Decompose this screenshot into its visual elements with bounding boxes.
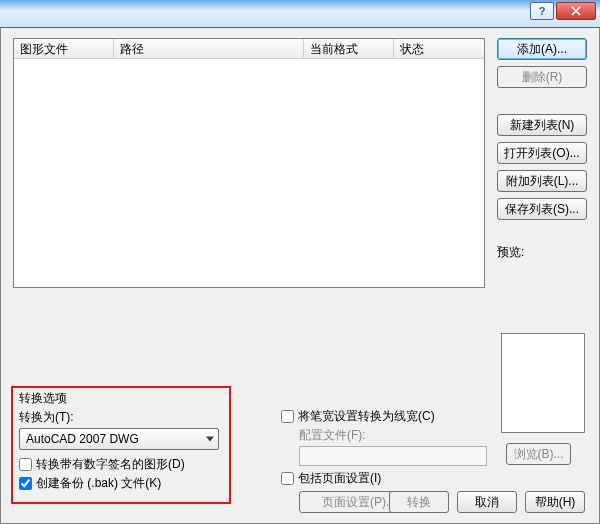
convert-options-title: 转换选项 <box>19 390 229 407</box>
create-backup-checkbox[interactable] <box>19 477 32 490</box>
convert-to-label: 转换为(T): <box>19 409 229 426</box>
help-icon: ? <box>539 5 546 17</box>
col-path[interactable]: 路径 <box>114 39 304 58</box>
titlebar-controls: ? <box>530 2 596 20</box>
titlebar: ? <box>0 0 600 28</box>
convert-signed-label: 转换带有数字签名的图形(D) <box>36 456 185 473</box>
append-list-button[interactable]: 附加列表(L)... <box>497 170 587 192</box>
create-backup-row[interactable]: 创建备份 (.bak) 文件(K) <box>19 475 229 492</box>
config-file-input <box>299 446 487 466</box>
help-dialog-button[interactable]: 帮助(H) <box>525 491 585 513</box>
chevron-down-icon <box>206 437 214 442</box>
pen-to-lineweight-checkbox[interactable] <box>281 410 294 423</box>
include-page-setup-row[interactable]: 包括页面设置(I) <box>281 470 561 487</box>
create-backup-label: 创建备份 (.bak) 文件(K) <box>36 475 161 492</box>
preview-label: 预览: <box>497 244 587 261</box>
browse-button: 浏览(B)... <box>506 443 571 465</box>
convert-signed-row[interactable]: 转换带有数字签名的图形(D) <box>19 456 229 473</box>
open-list-button[interactable]: 打开列表(O)... <box>497 142 587 164</box>
close-icon <box>571 6 581 16</box>
pen-width-group: 将笔宽设置转换为线宽(C) 配置文件(F): <box>281 408 486 466</box>
preview-box <box>501 333 585 433</box>
file-listview[interactable]: 图形文件 路径 当前格式 状态 <box>13 38 485 288</box>
include-page-setup-label: 包括页面设置(I) <box>298 470 381 487</box>
save-list-button[interactable]: 保存列表(S)... <box>497 198 587 220</box>
pen-to-lineweight-row[interactable]: 将笔宽设置转换为线宽(C) <box>281 408 486 425</box>
pen-to-lineweight-label: 将笔宽设置转换为线宽(C) <box>298 408 435 425</box>
col-status[interactable]: 状态 <box>394 39 484 58</box>
dialog-bottom-buttons: 转换 取消 帮助(H) <box>389 491 585 513</box>
close-button[interactable] <box>556 2 596 20</box>
config-file-label: 配置文件(F): <box>299 427 486 444</box>
col-current-format[interactable]: 当前格式 <box>304 39 394 58</box>
cancel-button[interactable]: 取消 <box>457 491 517 513</box>
add-button[interactable]: 添加(A)... <box>497 38 587 60</box>
col-drawing-file[interactable]: 图形文件 <box>14 39 114 58</box>
convert-options-group: 转换选项 转换为(T): AutoCAD 2007 DWG 转换带有数字签名的图… <box>19 390 229 494</box>
help-button[interactable]: ? <box>530 2 554 20</box>
convert-to-combo[interactable]: AutoCAD 2007 DWG <box>19 428 219 450</box>
convert-signed-checkbox[interactable] <box>19 458 32 471</box>
side-button-column: 添加(A)... 删除(R) 新建列表(N) 打开列表(O)... 附加列表(L… <box>497 38 587 288</box>
remove-button: 删除(R) <box>497 66 587 88</box>
listview-header: 图形文件 路径 当前格式 状态 <box>14 39 484 59</box>
new-list-button[interactable]: 新建列表(N) <box>497 114 587 136</box>
convert-button: 转换 <box>389 491 449 513</box>
combo-selected-text: AutoCAD 2007 DWG <box>26 432 139 446</box>
include-page-setup-checkbox[interactable] <box>281 472 294 485</box>
